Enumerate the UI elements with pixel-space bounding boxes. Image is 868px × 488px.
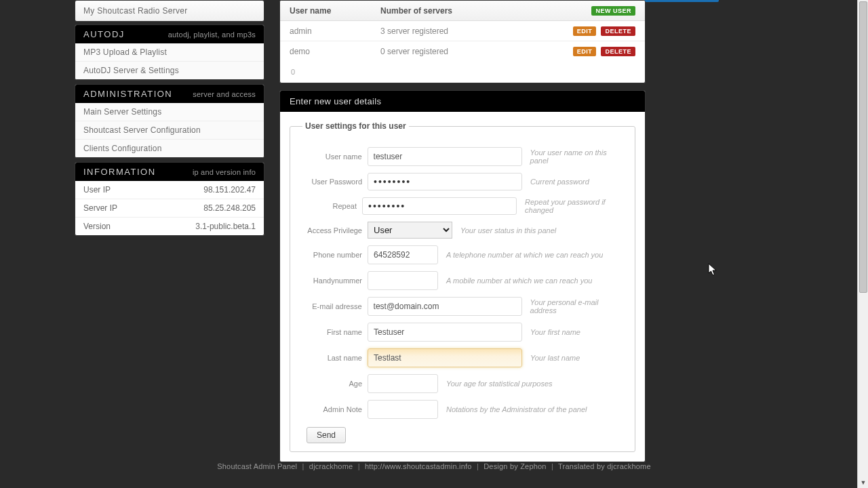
phone-input[interactable]: [368, 245, 438, 264]
users-table: User name Number of servers NEW USER adm…: [280, 1, 645, 61]
section-title: INFORMATION: [83, 167, 156, 177]
info-value-version: 3.1-public.beta.1: [150, 218, 264, 236]
sidebar-item-label: Clients Configuration: [83, 144, 162, 153]
label-password: User Password: [298, 178, 368, 186]
section-title: ADMINISTRATION: [83, 89, 172, 99]
label-privilege: Access Privilege: [298, 226, 368, 235]
edit-button[interactable]: EDIT: [573, 26, 597, 36]
repeat-password-input[interactable]: ••••••••: [362, 197, 517, 215]
sidebar-header-information: INFORMATION ip and version info: [75, 163, 264, 181]
lastname-input[interactable]: [368, 348, 522, 367]
scrollbar-arrow-down-icon[interactable]: ▼: [858, 477, 868, 488]
info-value-server-ip: 85.25.248.205: [150, 199, 264, 218]
sidebar-block-administration: ADMINISTRATION server and access Main Se…: [75, 84, 264, 158]
sidebar-item-label: Shoutcast Server Configuration: [83, 125, 201, 135]
section-title: AUTODJ: [83, 29, 125, 39]
sidebar-item-label: My Shoutcast Radio Server: [83, 6, 188, 16]
email-input[interactable]: [368, 297, 522, 316]
sidebar-item-my-server[interactable]: My Shoutcast Radio Server: [75, 0, 264, 22]
sidebar-item-clients-config[interactable]: Clients Configuration: [75, 139, 264, 157]
label-handy: Handynummer: [298, 277, 368, 285]
delete-button[interactable]: DELETE: [601, 26, 635, 36]
label-lastname: Last name: [298, 354, 368, 362]
hint-age: Your age for statistical purposes: [446, 380, 553, 388]
hint-handy: A mobile number at which we can reach yo…: [446, 277, 592, 285]
label-phone: Phone number: [298, 251, 368, 259]
col-header-servers: Number of servers: [371, 1, 536, 21]
footer-link[interactable]: http://www.shoutcastadmin.info: [365, 462, 472, 470]
label-username: User name: [298, 152, 368, 161]
footer-text: Design by Zephon: [484, 462, 546, 470]
table-row: demo 0 server registered EDIT DELETE: [280, 41, 645, 62]
firstname-input[interactable]: [368, 323, 522, 342]
sidebar-header-autodj: AUTODJ autodj, playlist, and mp3s: [75, 25, 264, 43]
pager: 0: [280, 61, 645, 83]
sidebar: My Shoutcast Radio Server AUTODJ autodj,…: [75, 0, 264, 240]
table-row: admin 3 server registered EDIT DELETE: [280, 21, 645, 41]
new-user-panel: Enter new user details User settings for…: [279, 90, 646, 462]
sidebar-item-label: Main Server Settings: [83, 107, 161, 117]
info-label: Server IP: [75, 199, 150, 218]
section-subtitle: server and access: [193, 90, 256, 98]
footer-text: djcrackhome: [309, 462, 353, 470]
hint-email: Your personal e-mail address: [530, 298, 627, 314]
username-input[interactable]: [368, 147, 522, 166]
cell-servers: 0 server registered: [371, 41, 536, 62]
info-label: User IP: [75, 181, 150, 199]
label-email: E-mail adresse: [298, 302, 368, 310]
admin-note-input[interactable]: [368, 400, 438, 419]
label-note: Admin Note: [298, 405, 368, 413]
hint-repeat: Repeat your password if changed: [525, 198, 627, 214]
hint-privilege: Your user status in this panel: [460, 226, 556, 235]
footer-text: Shoutcast Admin Panel: [217, 462, 297, 470]
info-label: Version: [75, 218, 150, 236]
hint-password: Current password: [530, 178, 589, 186]
info-table: User IP 98.151.202.47 Server IP 85.25.24…: [75, 181, 264, 235]
cell-username: admin: [280, 21, 371, 41]
password-input[interactable]: ••••••••: [368, 173, 522, 190]
hint-firstname: Your first name: [530, 328, 580, 336]
label-firstname: First name: [298, 328, 368, 336]
age-input[interactable]: [368, 374, 438, 393]
scrollbar-thumb[interactable]: [859, 1, 867, 293]
cell-username: demo: [280, 41, 371, 62]
send-button[interactable]: Send: [307, 427, 346, 443]
hint-note: Notations by the Administrator of the pa…: [446, 405, 587, 413]
sidebar-item-autodj-settings[interactable]: AutoDJ Server & Settings: [75, 61, 264, 79]
section-subtitle: ip and version info: [193, 168, 256, 176]
info-value-user-ip: 98.151.202.47: [150, 181, 264, 199]
sidebar-item-main-server-settings[interactable]: Main Server Settings: [75, 103, 264, 121]
section-subtitle: autodj, playlist, and mp3s: [168, 30, 256, 39]
user-settings-fieldset: User settings for this user User name Yo…: [290, 121, 635, 452]
label-age: Age: [298, 380, 368, 388]
sidebar-item-label: AutoDJ Server & Settings: [83, 66, 179, 75]
cell-servers: 3 server registered: [371, 21, 536, 41]
sidebar-item-mp3-upload[interactable]: MP3 Upload & Playlist: [75, 43, 264, 61]
privilege-select[interactable]: User: [368, 222, 452, 239]
hint-phone: A telephone number at which we can reach…: [446, 251, 603, 259]
delete-button[interactable]: DELETE: [601, 47, 635, 56]
hint-lastname: Your last name: [530, 354, 580, 362]
handy-input[interactable]: [368, 271, 438, 290]
footer: Shoutcast Admin Panel | djcrackhome | ht…: [0, 462, 868, 470]
sidebar-block-autodj: AUTODJ autodj, playlist, and mp3s MP3 Up…: [75, 24, 264, 80]
label-repeat: Repeat: [298, 202, 362, 210]
panel-header: Enter new user details: [280, 91, 645, 112]
vertical-scrollbar[interactable]: ▼: [857, 0, 868, 488]
footer-text: Translated by djcrackhome: [558, 462, 651, 470]
hint-username: Your user name on this panel: [530, 148, 627, 165]
sidebar-header-administration: ADMINISTRATION server and access: [75, 85, 264, 103]
fieldset-legend: User settings for this user: [302, 121, 409, 131]
col-header-username: User name: [280, 1, 371, 21]
sidebar-block-information: INFORMATION ip and version info User IP …: [75, 162, 264, 236]
sidebar-item-shoutcast-config[interactable]: Shoutcast Server Configuration: [75, 121, 264, 139]
edit-button[interactable]: EDIT: [573, 47, 597, 56]
users-panel: User name Number of servers NEW USER adm…: [279, 0, 646, 83]
new-user-button[interactable]: NEW USER: [591, 6, 635, 16]
main-content: User name Number of servers NEW USER adm…: [279, 0, 646, 469]
sidebar-item-label: MP3 Upload & Playlist: [83, 47, 167, 57]
